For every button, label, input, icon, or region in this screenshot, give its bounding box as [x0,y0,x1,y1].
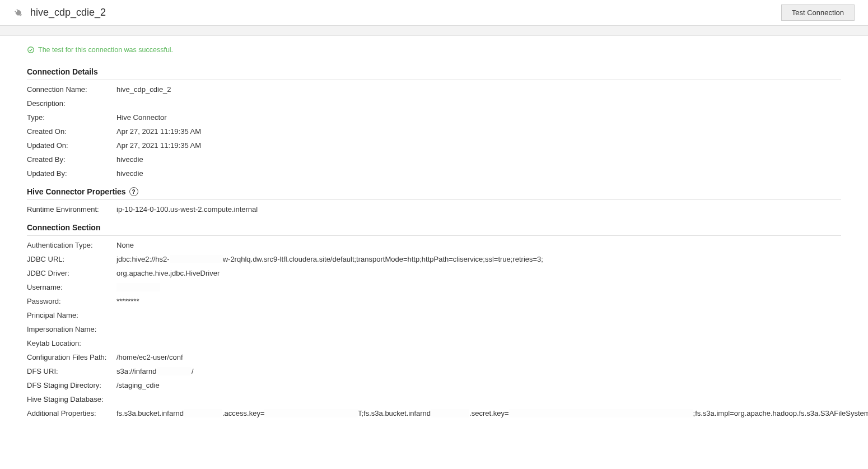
prop-row: JDBC URL: jdbc:hive2://hs2-xxxxxxxxxxxxx… [27,252,841,266]
label-description: Description: [27,99,116,108]
header-bar: hive_cdp_cdie_2 Test Connection [0,0,868,26]
divider [27,199,841,200]
label-auth-type: Authentication Type: [27,241,116,249]
value-principal [116,311,841,319]
prop-row: Configuration Files Path: /home/ec2-user… [27,350,841,364]
label-keytab: Keytab Location: [27,339,116,347]
prop-row: DFS Staging Directory: /staging_cdie [27,378,841,392]
section-connection-section-title: Connection Section [27,223,841,232]
success-text: The test for this connection was success… [38,46,173,54]
prop-row: Description: [27,96,841,110]
value-connection-name: hive_cdp_cdie_2 [116,85,841,94]
prop-row: Runtime Environment: ip-10-124-0-100.us-… [27,202,841,216]
prop-row: Created By: hivecdie [27,152,841,166]
label-username: Username: [27,283,116,291]
success-message: The test for this connection was success… [27,46,841,54]
prop-row: Authentication Type: None [27,238,841,252]
divider [27,235,841,236]
value-updated-on: Apr 27, 2021 11:19:35 AM [116,141,841,150]
content: The test for this connection was success… [0,36,868,430]
value-auth-type: None [116,241,841,249]
prop-row: Updated By: hivecdie [27,166,841,180]
value-impersonation [116,325,841,333]
prop-row: Additional Properties: fs.s3a.bucket.inf… [27,406,841,420]
prop-row: Connection Name: hive_cdp_cdie_2 [27,82,841,96]
label-updated-by: Updated By: [27,169,116,178]
value-jdbc-driver: org.apache.hive.jdbc.HiveDriver [116,269,841,277]
label-principal: Principal Name: [27,311,116,319]
value-updated-by: hivecdie [116,169,841,178]
value-dfs-uri: s3a://infarndxxxxxxxxx/ [116,367,841,375]
prop-row: Updated On: Apr 27, 2021 11:19:35 AM [27,138,841,152]
hive-connector-title-text: Hive Connector Properties [27,187,126,196]
label-created-on: Created On: [27,127,116,136]
prop-row: Type: Hive Connector [27,110,841,124]
label-config-path: Configuration Files Path: [27,353,116,361]
value-additional-props: fs.s3a.bucket.infarndxxxxxxxxxx.access.k… [116,409,868,417]
prop-row: Principal Name: [27,308,841,322]
prop-row: Impersonation Name: [27,322,841,336]
label-impersonation: Impersonation Name: [27,325,116,333]
section-connection-details-title: Connection Details [27,67,841,76]
label-dfs-staging: DFS Staging Directory: [27,381,116,389]
test-connection-button[interactable]: Test Connection [781,4,855,21]
header-left: hive_cdp_cdie_2 [13,7,106,18]
value-description [116,99,841,108]
prop-row: DFS URI: s3a://infarndxxxxxxxxx/ [27,364,841,378]
prop-row: JDBC Driver: org.apache.hive.jdbc.HiveDr… [27,266,841,280]
value-type: Hive Connector [116,113,841,122]
prop-row: Keytab Location: [27,336,841,350]
prop-row: Password: ******** [27,294,841,308]
label-created-by: Created By: [27,155,116,164]
value-hive-staging [116,395,841,403]
prop-row: Username: xxxxxxxxxxxx [27,280,841,294]
label-dfs-uri: DFS URI: [27,367,116,375]
label-type: Type: [27,113,116,122]
label-additional-props: Additional Properties: [27,409,116,417]
value-password: ******** [116,297,841,305]
label-jdbc-url: JDBC URL: [27,255,116,263]
label-hive-staging: Hive Staging Database: [27,395,116,403]
value-keytab [116,339,841,347]
value-config-path: /home/ec2-user/conf [116,353,841,361]
label-password: Password: [27,297,116,305]
divider [27,80,841,80]
value-runtime-env: ip-10-124-0-100.us-west-2.compute.intern… [116,205,841,213]
plug-icon [11,6,25,20]
check-circle-icon [27,46,35,54]
sub-bar [0,26,868,36]
value-jdbc-url: jdbc:hive2://hs2-xxxxxxxxxxxxxxw-2rqhlq.… [116,255,841,263]
label-connection-name: Connection Name: [27,85,116,94]
page-title: hive_cdp_cdie_2 [30,7,106,18]
prop-row: Created On: Apr 27, 2021 11:19:35 AM [27,124,841,138]
value-created-by: hivecdie [116,155,841,164]
help-icon[interactable]: ? [129,187,138,196]
value-created-on: Apr 27, 2021 11:19:35 AM [116,127,841,136]
value-dfs-staging: /staging_cdie [116,381,841,389]
label-updated-on: Updated On: [27,141,116,150]
label-jdbc-driver: JDBC Driver: [27,269,116,277]
prop-row: Hive Staging Database: [27,392,841,406]
value-username: xxxxxxxxxxxx [116,283,841,291]
label-runtime-env: Runtime Environment: [27,205,116,213]
section-hive-connector-title: Hive Connector Properties ? [27,187,841,196]
